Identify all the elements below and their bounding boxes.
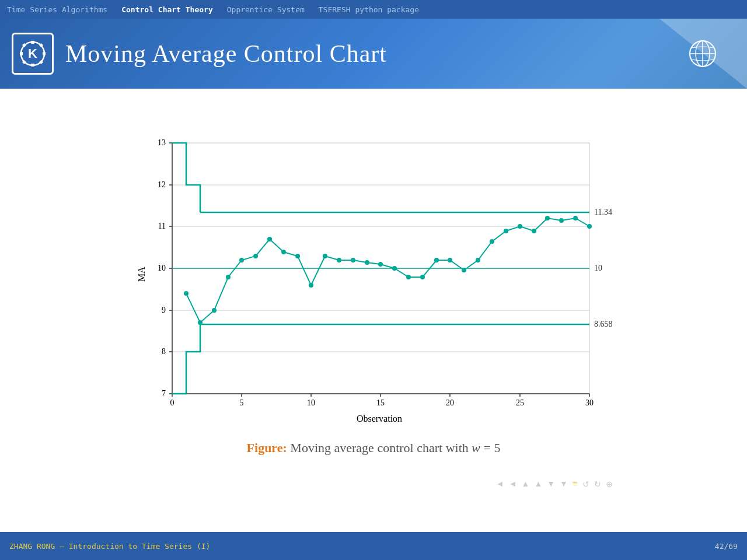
globe-icon <box>687 38 718 69</box>
author-label: ZHANG RONG — Introduction to Time Series… <box>9 542 210 551</box>
footer-bar: ZHANG RONG — Introduction to Time Series… <box>0 532 747 560</box>
kde-logo: K <box>12 33 54 75</box>
top-navigation: Time Series Algorithms Control Chart The… <box>0 0 747 19</box>
svg-point-70 <box>323 254 327 258</box>
svg-point-83 <box>504 229 508 233</box>
svg-point-60 <box>184 291 189 296</box>
svg-point-61 <box>198 320 203 325</box>
svg-text:5: 5 <box>240 398 244 407</box>
nav-time-series[interactable]: Time Series Algorithms <box>7 5 107 14</box>
svg-point-85 <box>532 229 536 233</box>
svg-point-68 <box>295 254 300 258</box>
svg-text:20: 20 <box>446 398 454 407</box>
svg-point-72 <box>351 258 355 262</box>
svg-text:8: 8 <box>162 347 166 356</box>
svg-text:7: 7 <box>162 389 166 398</box>
svg-text:12: 12 <box>158 180 166 189</box>
svg-point-77 <box>420 275 425 279</box>
nav-tsfresh[interactable]: TSFRESH python package <box>319 5 419 14</box>
svg-text:13: 13 <box>158 138 166 147</box>
svg-point-64 <box>239 258 244 262</box>
svg-text:11.3416: 11.3416 <box>594 208 613 216</box>
svg-point-63 <box>226 275 231 279</box>
main-content: MA Observation 7 8 9 <box>0 89 747 532</box>
svg-point-67 <box>281 250 286 254</box>
nav-up-icon[interactable]: ▲ <box>522 480 530 489</box>
figure-text: Moving average control chart with w = 5 <box>290 440 500 455</box>
nav-left2-icon[interactable]: ◄ <box>509 480 517 489</box>
chart-container: MA Observation 7 8 9 <box>134 131 613 429</box>
svg-point-66 <box>267 237 272 242</box>
svg-rect-7 <box>43 52 46 55</box>
svg-point-76 <box>406 275 411 279</box>
svg-point-78 <box>434 258 439 262</box>
svg-point-65 <box>253 254 258 258</box>
svg-text:11: 11 <box>158 222 166 230</box>
svg-point-89 <box>587 224 592 229</box>
svg-point-81 <box>476 258 480 262</box>
svg-point-79 <box>448 258 452 262</box>
svg-point-87 <box>559 218 564 223</box>
svg-text:8.65836: 8.65836 <box>594 320 613 328</box>
svg-rect-4 <box>31 41 34 44</box>
slide-title: Moving Average Control Chart <box>65 40 387 68</box>
slide-header: K Moving Average Control Chart <box>0 19 747 89</box>
svg-point-74 <box>378 262 383 267</box>
svg-point-80 <box>462 268 466 272</box>
svg-text:Observation: Observation <box>357 414 402 424</box>
svg-text:25: 25 <box>516 398 524 407</box>
svg-text:K: K <box>28 46 37 61</box>
nav-search-icon[interactable]: ⊕ <box>606 480 613 489</box>
svg-point-86 <box>545 216 550 220</box>
svg-text:10: 10 <box>307 398 315 407</box>
svg-text:15: 15 <box>376 398 385 407</box>
figure-label: Figure: <box>247 440 287 455</box>
nav-loop2-icon[interactable]: ↻ <box>594 480 601 489</box>
svg-point-62 <box>212 308 217 313</box>
svg-rect-6 <box>20 52 23 55</box>
svg-text:10: 10 <box>594 264 602 272</box>
svg-point-75 <box>392 266 397 271</box>
svg-point-82 <box>490 239 494 244</box>
figure-caption: Figure: Moving average control chart wit… <box>247 440 501 456</box>
nav-control-chart[interactable]: Control Chart Theory <box>121 5 213 14</box>
page-number: 42/69 <box>715 542 738 551</box>
nav-opprentice[interactable]: Opprentice System <box>227 5 305 14</box>
nav-up2-icon[interactable]: ▲ <box>534 480 542 489</box>
svg-text:MA: MA <box>137 267 146 282</box>
svg-text:30: 30 <box>585 398 594 407</box>
svg-text:0: 0 <box>170 398 174 407</box>
svg-point-73 <box>365 260 369 265</box>
nav-down-icon[interactable]: ▼ <box>547 480 555 489</box>
chart-svg: MA Observation 7 8 9 <box>134 131 613 429</box>
svg-text:9: 9 <box>162 306 166 314</box>
svg-point-71 <box>337 258 341 262</box>
svg-point-84 <box>518 224 522 229</box>
nav-special-icon[interactable]: ≡ <box>573 479 578 489</box>
nav-loop-icon[interactable]: ↺ <box>582 480 589 489</box>
svg-text:10: 10 <box>158 264 166 272</box>
nav-down2-icon[interactable]: ▼ <box>560 480 568 489</box>
svg-rect-5 <box>31 64 34 66</box>
nav-left-icon[interactable]: ◄ <box>496 480 504 489</box>
svg-point-69 <box>309 283 313 288</box>
svg-point-88 <box>573 216 578 220</box>
